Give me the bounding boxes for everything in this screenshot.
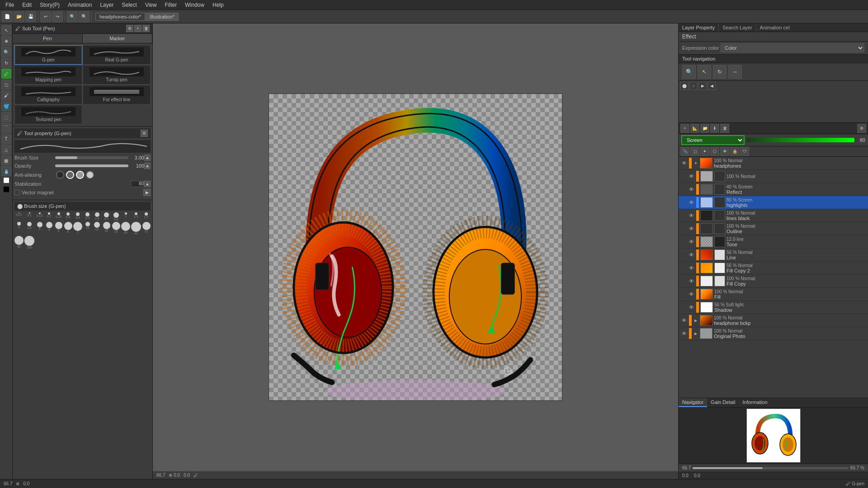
bs-25[interactable]: 2.5 (24, 222, 34, 235)
lt-lock[interactable]: 🔒 (730, 147, 739, 156)
layer-eye-original[interactable]: 👁 (680, 330, 688, 337)
cursor-tool[interactable]: ↖ (1, 25, 11, 35)
bs-03[interactable]: 0.3 (64, 212, 72, 221)
lt-clip[interactable]: 📎 (680, 147, 689, 156)
bs-20[interactable]: 20 (102, 222, 111, 235)
bs-04[interactable]: 0.4 (73, 212, 82, 221)
bs-7[interactable]: 7 (73, 222, 82, 235)
layer-blank[interactable]: 👁 100 % Normal (679, 170, 868, 183)
aa-btn-1[interactable] (66, 171, 74, 179)
canvas-tab-illustration[interactable]: Illustration* (146, 13, 178, 21)
lt-effect[interactable]: ✦ (700, 147, 709, 156)
open-btn[interactable]: 📂 (14, 11, 24, 22)
opacity-slider[interactable] (55, 164, 128, 167)
undo-btn[interactable]: ↩ (40, 11, 51, 22)
canvas-viewport[interactable] (153, 23, 678, 471)
bs-17[interactable]: 1.7 (142, 212, 151, 221)
bs-6[interactable]: 6 (64, 222, 72, 235)
navigator-tab[interactable]: Navigator (679, 398, 707, 407)
canvas-bg[interactable] (269, 94, 562, 401)
layer-line[interactable]: 👁 56 % Normal Line (679, 249, 868, 262)
bs-3[interactable]: 3 (35, 222, 44, 235)
layer-eye-lines[interactable]: 👁 (688, 212, 695, 219)
bs-015[interactable]: 0.15 (35, 212, 44, 221)
foreground-color[interactable] (3, 186, 9, 192)
small-ctrl-4[interactable]: ◀ (708, 82, 716, 90)
opacity-gradient-bar[interactable] (746, 138, 854, 142)
layer-settings[interactable]: ⚙ (857, 124, 866, 133)
bs-08[interactable]: 0.8 (112, 212, 120, 221)
layer-original-photo[interactable]: 👁 ▶ 100 % Normal Original Photo (679, 327, 868, 340)
bs-100[interactable]: 100 (24, 236, 34, 249)
eraser-tool[interactable]: ◻ (1, 80, 11, 89)
sub-tool-settings[interactable]: ⚙ (126, 25, 133, 32)
layer-eye-fill[interactable]: 👁 (688, 291, 695, 298)
layer-expand-bckp[interactable]: ▶ (693, 318, 698, 323)
select-tool[interactable]: ⬚ (1, 112, 11, 122)
layer-eye-fillcopy[interactable]: 👁 (688, 277, 695, 285)
fill-tool[interactable]: 🪣 (1, 101, 11, 111)
zoom-in-btn[interactable]: 🔍 (67, 11, 78, 22)
bs-15b[interactable]: 15 (93, 222, 101, 235)
brush-calligraphy[interactable]: Calligraphy (14, 85, 82, 104)
aa-btn-2[interactable] (76, 171, 84, 179)
layer-add-vector[interactable]: 📐 (690, 124, 699, 133)
brush-real-g-pen[interactable]: Real G-pen (83, 45, 151, 65)
bs-025[interactable]: 0.25 (54, 212, 63, 221)
text-tool[interactable]: T (1, 134, 11, 144)
layer-headphones-group[interactable]: 👁 ▼ 100 % Normal headphones (679, 157, 868, 170)
bs-2[interactable]: 2 (14, 222, 24, 235)
search-layer-tab[interactable]: Search Layer (719, 23, 756, 32)
layer-highlights[interactable]: 👁 80 % Screen highlights (679, 196, 868, 209)
bs-15[interactable]: 1.5 (131, 212, 141, 221)
new-btn[interactable]: 📄 (2, 11, 13, 22)
brush-effect-line[interactable]: For effect line (83, 85, 151, 104)
bs-40[interactable]: 40 (131, 222, 141, 235)
layer-delete[interactable]: 🗑 (720, 124, 729, 133)
lt-protect[interactable]: 🛡 (740, 147, 749, 156)
brush-mapping-pen[interactable]: Mapping pen (14, 65, 82, 84)
layer-add-raster[interactable]: + (680, 124, 689, 133)
lt-eye[interactable]: 👁 (720, 147, 729, 156)
layer-expand-headphones[interactable]: ▼ (693, 160, 698, 166)
menu-select[interactable]: Select (118, 1, 140, 9)
layer-fill-copy2[interactable]: 👁 56 % Normal Fill Copy 2 (679, 262, 868, 275)
bs-1[interactable]: 1 (121, 212, 130, 221)
opacity-plus[interactable]: ▲ (144, 163, 151, 169)
small-ctrl-3[interactable]: ▶ (698, 82, 707, 90)
menu-file[interactable]: File (2, 1, 18, 9)
pen-tab[interactable]: Pen (13, 34, 83, 43)
brush-size-plus[interactable]: ▲ (144, 155, 151, 161)
layer-fill-copy[interactable]: 👁 100 % Normal Fill Copy (679, 275, 868, 288)
layer-eye-reflect[interactable]: 👁 (688, 186, 695, 193)
bs-30[interactable]: 30 (121, 222, 130, 235)
lt-mask[interactable]: ◻ (690, 147, 699, 156)
menu-filter[interactable]: Filter (161, 1, 181, 9)
layer-merge[interactable]: ⬇ (710, 124, 719, 133)
layer-eye-highlights[interactable]: 👁 (688, 199, 695, 206)
layer-eye-tone[interactable]: 👁 (688, 238, 695, 245)
save-btn[interactable]: 💾 (25, 11, 36, 22)
bs-02[interactable]: 0.2 (45, 212, 53, 221)
pen-tool[interactable]: 🖊 (1, 69, 11, 79)
move-tool[interactable]: ✥ (1, 36, 11, 46)
menu-view[interactable]: View (142, 1, 160, 9)
layer-eye-shadow[interactable]: 👁 (688, 304, 695, 311)
bs-5[interactable]: 5 (54, 222, 63, 235)
bs-007[interactable]: 0.07 (14, 212, 24, 221)
menu-window[interactable]: Window (181, 1, 208, 9)
blend-mode-select[interactable]: Screen Normal Multiply Overlay Soft Ligh… (681, 135, 745, 145)
brush-turnip-pen[interactable]: Turnip pen (83, 65, 151, 84)
layer-property-tab[interactable]: Layer Property (679, 23, 719, 32)
bs-05[interactable]: 0.5 (83, 212, 92, 221)
stabilization-input[interactable]: 80 (131, 181, 144, 187)
menu-layer[interactable]: Layer (96, 1, 117, 9)
bs-70[interactable]: 70 (142, 222, 151, 235)
menu-help[interactable]: Help (209, 1, 227, 9)
tool-prop-settings[interactable]: ⚙ (141, 130, 148, 137)
layer-eye-line[interactable]: 👁 (688, 251, 695, 258)
menu-animation[interactable]: Animation (64, 1, 95, 9)
gain-detail-tab[interactable]: Gain Detail (707, 398, 739, 407)
menu-story[interactable]: Story(P) (36, 1, 63, 9)
vector-settings[interactable]: ▶ (143, 189, 151, 196)
